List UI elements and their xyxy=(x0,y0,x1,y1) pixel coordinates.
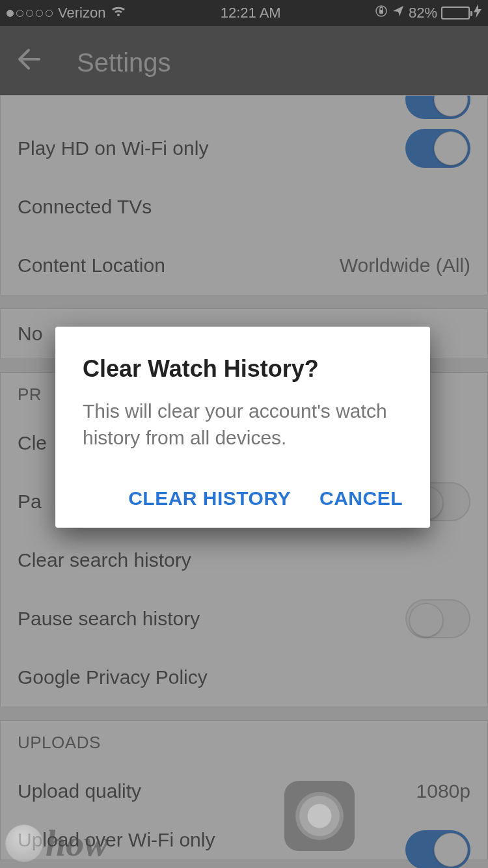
cancel-button[interactable]: CANCEL xyxy=(319,487,403,509)
watermark: how xyxy=(5,822,109,864)
assistive-touch-icon xyxy=(295,792,344,840)
clear-watch-history-dialog: Clear Watch History? This will clear you… xyxy=(55,327,430,528)
lightbulb-icon xyxy=(5,824,43,862)
watermark-text: how xyxy=(46,822,109,864)
dialog-actions: CLEAR HISTORY CANCEL xyxy=(83,487,403,509)
assistive-touch-button[interactable] xyxy=(284,781,355,851)
dialog-message: This will clear your account's watch his… xyxy=(83,398,403,451)
dialog-title: Clear Watch History? xyxy=(83,355,403,383)
clear-history-button[interactable]: CLEAR HISTORY xyxy=(128,487,291,509)
